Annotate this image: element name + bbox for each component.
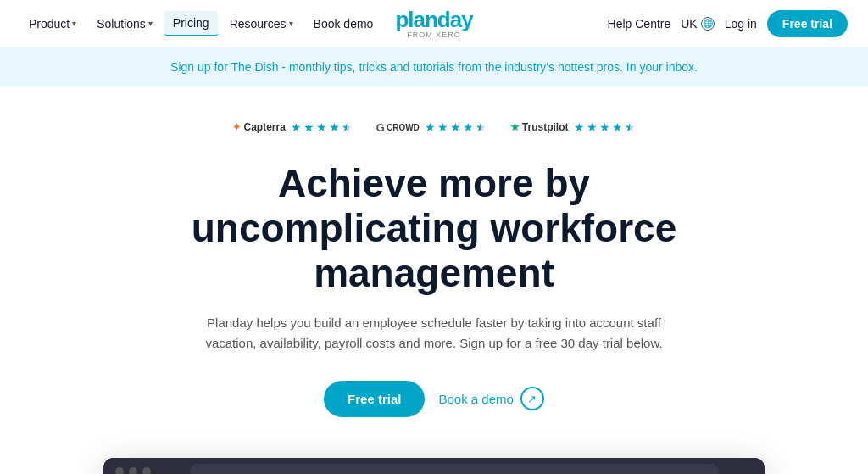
nav-left: Product ▾ Solutions ▾ Pricing Resources … xyxy=(20,11,381,36)
ratings-row: ✦ Capterra ★ ★ ★ ★ ★★ G CROWD ★ ★ ★ ★ ★★ xyxy=(232,120,635,134)
url-bar xyxy=(190,464,719,474)
window-dot xyxy=(129,467,137,474)
main-nav: Product ▾ Solutions ▾ Pricing Resources … xyxy=(0,0,868,47)
login-link[interactable]: Log in xyxy=(725,17,757,31)
gcrowd-logo: G CROWD xyxy=(376,121,420,134)
window-dot xyxy=(115,467,124,474)
gcrowd-stars: ★ ★ ★ ★ ★★ xyxy=(425,120,487,134)
capterra-icon: ✦ xyxy=(232,121,241,133)
hero-subheadline: Planday helps you build an employee sche… xyxy=(205,313,663,354)
app-screenshot: HOME SCHEDULE PEOPLE REPORTS PAYROLL SET… xyxy=(103,458,765,474)
nav-solutions[interactable]: Solutions ▾ xyxy=(88,12,161,36)
site-logo[interactable]: planday FROM XERO xyxy=(395,8,472,39)
chevron-down-icon: ▾ xyxy=(289,19,293,28)
hero-headline: Achieve more by uncomplicating workforce… xyxy=(137,161,731,296)
hero-free-trial-button[interactable]: Free trial xyxy=(324,381,425,417)
banner-text: Sign up for The Dish - monthly tips, tri… xyxy=(170,60,698,74)
free-trial-button[interactable]: Free trial xyxy=(767,10,848,37)
nav-right: Help Centre UK 🌐 Log in Free trial xyxy=(608,10,848,37)
chevron-down-icon: ▾ xyxy=(72,19,76,28)
window-dot xyxy=(142,467,151,474)
help-centre-link[interactable]: Help Centre xyxy=(608,17,671,31)
trustpilot-logo: ★ Trustpilot xyxy=(510,121,569,133)
trustpilot-stars: ★ ★ ★ ★ ★★ xyxy=(574,120,636,134)
hero-section: ✦ Capterra ★ ★ ★ ★ ★★ G CROWD ★ ★ ★ ★ ★★ xyxy=(0,86,868,474)
capterra-stars: ★ ★ ★ ★ ★★ xyxy=(291,120,353,134)
cta-buttons: Free trial Book a demo ↗ xyxy=(324,381,544,417)
logo-sub: FROM XERO xyxy=(407,31,461,39)
logo-text: planday xyxy=(395,8,472,31)
trustpilot-icon: ★ xyxy=(510,121,520,133)
titlebar xyxy=(103,458,765,474)
chevron-down-icon: ▾ xyxy=(148,19,153,28)
promo-banner[interactable]: Sign up for The Dish - monthly tips, tri… xyxy=(0,47,868,86)
capterra-rating: ✦ Capterra ★ ★ ★ ★ ★★ xyxy=(232,120,352,134)
trustpilot-rating: ★ Trustpilot ★ ★ ★ ★ ★★ xyxy=(510,120,636,134)
nav-resources[interactable]: Resources ▾ xyxy=(221,12,302,36)
nav-book-demo[interactable]: Book demo xyxy=(305,12,382,36)
capterra-logo: ✦ Capterra xyxy=(232,121,285,133)
hero-book-demo-link[interactable]: Book a demo ↗ xyxy=(438,387,543,410)
nav-pricing[interactable]: Pricing xyxy=(164,11,218,36)
gcrowd-rating: G CROWD ★ ★ ★ ★ ★★ xyxy=(376,120,487,134)
globe-icon: 🌐 xyxy=(701,17,715,31)
arrow-icon: ↗ xyxy=(520,387,544,410)
locale-selector[interactable]: UK 🌐 xyxy=(681,17,714,31)
nav-product[interactable]: Product ▾ xyxy=(20,12,85,36)
